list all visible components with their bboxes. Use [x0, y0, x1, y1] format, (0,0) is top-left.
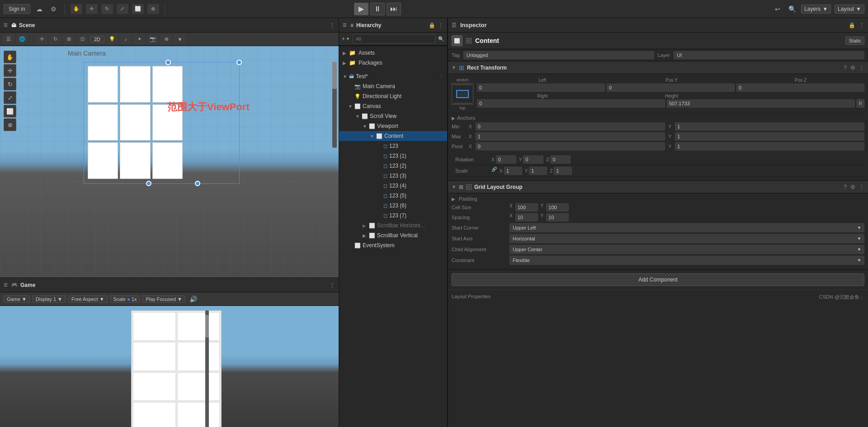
hierarchy-item-123-7[interactable]: ◻ 123 (7)	[339, 211, 447, 221]
play-button[interactable]: ▶	[354, 3, 368, 15]
hierarchy-lock-icon[interactable]: 🔒	[429, 22, 435, 28]
scale-y[interactable]	[529, 167, 547, 175]
move-tool[interactable]: ✛	[86, 4, 98, 14]
anchor-min-x[interactable]	[476, 122, 665, 131]
hierarchy-item-123-3[interactable]: ◻ 123 (3)	[339, 171, 447, 181]
step-button[interactable]: ⏭	[387, 3, 401, 15]
test-more-icon[interactable]: ⋮	[439, 74, 443, 79]
undo-icon[interactable]: ↩	[772, 4, 783, 14]
rot-z[interactable]	[550, 155, 571, 164]
hierarchy-item-scrollbar-v[interactable]: ▶ ⬜ Scrollbar Vertical	[339, 230, 447, 240]
hierarchy-item-content[interactable]: ▼ ⬜ Content	[339, 131, 447, 141]
assets-item-packages[interactable]: ▶ 📁 Packages	[343, 58, 443, 68]
settings-icon[interactable]: ⚙	[48, 4, 59, 14]
scene-scrollbar[interactable]	[332, 62, 337, 148]
scene-snap-btn[interactable]: ⊡	[76, 34, 88, 44]
transform-scene-btn[interactable]: ⊕	[4, 118, 16, 131]
height-input[interactable]	[667, 99, 855, 108]
hierarchy-item-scroll-view[interactable]: ▼ ⬜ Scroll View	[339, 111, 447, 121]
display-dropdown[interactable]: Display 1▼	[33, 296, 66, 303]
pivot-y[interactable]	[675, 142, 864, 150]
add-component-button[interactable]: Add Component	[452, 273, 864, 286]
hierarchy-item-main-camera[interactable]: 📷 Main Camera	[339, 81, 447, 91]
constraint-dropdown[interactable]: Flexible ▼	[509, 256, 864, 265]
rotate-tool[interactable]: ↻	[101, 4, 113, 14]
hand-scene-btn[interactable]: ✋	[4, 51, 16, 63]
hierarchy-more-icon[interactable]: ⋮	[438, 22, 443, 28]
stretch-box[interactable]	[452, 83, 473, 105]
scale-dropdown[interactable]: Scale ● 1x	[110, 296, 140, 303]
inspector-more-icon[interactable]: ⋮	[859, 22, 864, 28]
search-icon[interactable]: 🔍	[787, 4, 797, 14]
scale-x[interactable]	[504, 167, 522, 175]
scene-grid-btn[interactable]: ⊞	[63, 34, 75, 44]
game-more-icon[interactable]: ⋮	[330, 282, 335, 288]
hierarchy-item-test[interactable]: ▼ 🏔 Test* ⋮	[339, 71, 447, 81]
scene-2d-button[interactable]: 2D	[90, 36, 104, 43]
start-axis-dropdown[interactable]: Horizontal ▼	[509, 234, 864, 243]
assets-item-assets[interactable]: ▶ 📁 Assets	[343, 48, 443, 58]
scene-light-btn[interactable]: 💡	[106, 34, 118, 44]
hierarchy-item-scrollbar-h[interactable]: ▶ ⬜ Scrollbar Horizont…	[339, 221, 447, 230]
tag-dropdown[interactable]: Untagged	[463, 51, 654, 59]
grid-help-icon[interactable]: ?	[844, 184, 847, 190]
anchor-min-y[interactable]	[675, 122, 864, 131]
grid-enabled-checkbox[interactable]	[466, 184, 472, 190]
aspect-dropdown[interactable]: Free Aspect▼	[68, 296, 108, 303]
hierarchy-item-viewport[interactable]: ▼ ⬜ Viewport	[339, 121, 447, 131]
rect-more-icon[interactable]: ⋮	[859, 65, 864, 71]
grid-layout-header[interactable]: ▼ ⊞ Grid Layout Group ? ⚙ ⋮	[448, 181, 868, 193]
layers-dropdown[interactable]: Layers ▼	[801, 5, 831, 14]
left-input[interactable]	[477, 84, 605, 92]
scene-more-icon[interactable]: ⋮	[330, 22, 335, 28]
hierarchy-item-123-1[interactable]: ◻ 123 (1)	[339, 151, 447, 161]
scene-gizmos-btn[interactable]: ⊕	[160, 34, 172, 44]
rot-x[interactable]	[496, 155, 516, 164]
hierarchy-search-input[interactable]	[353, 34, 435, 43]
hierarchy-search-icon[interactable]: 🔍	[438, 36, 444, 42]
hierarchy-item-dir-light[interactable]: 💡 Directional Light	[339, 91, 447, 101]
rect-tool[interactable]: ⬜	[132, 4, 144, 14]
hierarchy-item-123-2[interactable]: ◻ 123 (2)	[339, 161, 447, 171]
hand-tool[interactable]: ✋	[71, 4, 82, 14]
rect-transform-header[interactable]: ▼ ⊞ Rect Transform ? ⚙ ⋮	[448, 61, 868, 74]
cloud-icon[interactable]: ☁	[34, 4, 45, 14]
layer-dropdown[interactable]: UI	[674, 51, 864, 59]
spacing-y[interactable]	[546, 213, 569, 221]
hierarchy-item-123-5[interactable]: ◻ 123 (5)	[339, 191, 447, 201]
scene-gizmo-btn[interactable]: ☰	[3, 34, 14, 44]
handle-top-right[interactable]	[236, 60, 242, 65]
grid-more-icon[interactable]: ⋮	[859, 184, 864, 190]
pos-y-input[interactable]	[607, 84, 735, 92]
component-enabled-checkbox[interactable]	[466, 38, 472, 43]
anchors-header[interactable]: ▶ Anchors	[452, 115, 864, 121]
scene-extra-btn[interactable]: ▼	[174, 34, 186, 44]
r-button[interactable]: R	[857, 99, 864, 108]
inspector-lock-icon[interactable]: 🔒	[849, 22, 855, 28]
content-box[interactable]	[84, 62, 240, 184]
move-scene-btn[interactable]: ✛	[4, 64, 16, 77]
hierarchy-item-canvas[interactable]: ▼ ⬜ Canvas	[339, 101, 447, 111]
hierarchy-item-event-system[interactable]: ⬜ EventSystem	[339, 240, 447, 250]
audio-toggle-icon[interactable]: 🔊	[188, 294, 199, 305]
scene-camera-btn[interactable]: 📷	[147, 34, 159, 44]
pos-z-input[interactable]	[736, 84, 864, 92]
game-scrollbar[interactable]	[205, 310, 209, 427]
cell-size-y[interactable]	[546, 203, 569, 211]
scale-tool[interactable]: ⤢	[117, 4, 128, 14]
static-button[interactable]: Static	[845, 37, 864, 45]
scene-audio-btn[interactable]: ♪	[120, 34, 132, 44]
anchor-max-x[interactable]	[476, 132, 665, 141]
play-focused-dropdown[interactable]: Play Focused▼	[142, 296, 185, 303]
cell-size-x[interactable]	[515, 203, 538, 211]
handle-top-center[interactable]	[165, 60, 171, 65]
rot-y[interactable]	[523, 155, 543, 164]
scale-z[interactable]	[554, 167, 572, 175]
transform-tool[interactable]: ⊕	[147, 4, 159, 14]
hierarchy-item-123-4[interactable]: ◻ 123 (4)	[339, 181, 447, 191]
hierarchy-item-123-6[interactable]: ◻ 123 (6)	[339, 201, 447, 211]
hierarchy-item-123[interactable]: ◻ 123	[339, 141, 447, 151]
child-alignment-dropdown[interactable]: Upper Center ▼	[509, 245, 864, 254]
grid-settings-icon[interactable]: ⚙	[850, 184, 855, 190]
pivot-x[interactable]	[476, 142, 665, 150]
